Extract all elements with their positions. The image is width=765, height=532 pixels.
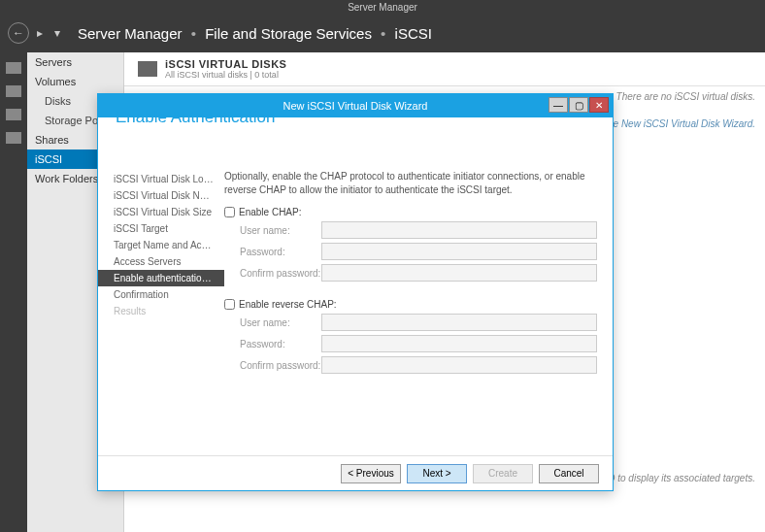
content-title: iSCSI VIRTUAL DISKS [165, 58, 286, 70]
step-access-servers[interactable]: Access Servers [98, 253, 224, 270]
close-button[interactable]: ✕ [589, 97, 609, 113]
maximize-button[interactable]: ▢ [569, 97, 588, 113]
forward-button[interactable]: ▸ [33, 22, 47, 44]
dialog-heading: Enable Authentication [98, 94, 292, 137]
rchap-user-input[interactable] [321, 314, 597, 331]
dialog-footer: < Previous Next > Create Cancel [98, 455, 613, 490]
back-button[interactable]: ← [8, 22, 29, 44]
step-target-name[interactable]: Target Name and Access [98, 237, 224, 253]
chap-pass-label: Password: [224, 247, 321, 257]
chap-user-input[interactable] [321, 221, 597, 239]
minimize-button[interactable]: — [549, 97, 568, 113]
step-confirmation[interactable]: Confirmation [98, 286, 224, 303]
sidebar-item-servers[interactable]: Servers [27, 52, 123, 72]
step-name[interactable]: iSCSI Virtual Disk Name [98, 187, 224, 204]
step-location[interactable]: iSCSI Virtual Disk Location [98, 171, 224, 187]
wizard-dialog: New iSCSI Virtual Disk Wizard — ▢ ✕ Enab… [97, 93, 614, 491]
step-results: Results [98, 303, 224, 319]
step-authentication[interactable]: Enable authentication ser... [98, 270, 224, 286]
strip-icon[interactable] [6, 132, 21, 144]
header: ← ▸ ▾ Server Manager • File and Storage … [0, 14, 765, 52]
dialog-title: New iSCSI Virtual Disk Wizard [283, 100, 428, 112]
hint-targets: VHD to display its associated targets. [594, 473, 755, 483]
enable-reverse-chap-checkbox[interactable]: Enable reverse CHAP: [224, 299, 597, 310]
enable-chap-checkbox[interactable]: Enable CHAP: [224, 207, 597, 217]
content-subtitle: All iSCSI virtual disks | 0 total [165, 70, 286, 80]
hint-no-disks: There are no iSCSI virtual disks. [616, 91, 755, 102]
content-header: iSCSI VIRTUAL DISKS All iSCSI virtual di… [124, 52, 765, 86]
description-text: Optionally, enable the CHAP protocol to … [224, 170, 597, 197]
dialog-content: Optionally, enable the CHAP protocol to … [224, 117, 613, 455]
step-size[interactable]: iSCSI Virtual Disk Size [98, 204, 224, 220]
chap-confirm-input[interactable] [321, 264, 597, 282]
chap-confirm-label: Confirm password: [224, 268, 321, 279]
step-target[interactable]: iSCSI Target [98, 220, 224, 237]
chap-pass-input[interactable] [321, 243, 597, 260]
app-titlebar: Server Manager [0, 0, 765, 14]
breadcrumb-section[interactable]: File and Storage Services [205, 25, 372, 42]
previous-button[interactable]: < Previous [341, 464, 401, 483]
next-button[interactable]: Next > [407, 464, 467, 483]
icon-strip [0, 52, 27, 532]
rchap-pass-label: Password: [224, 339, 321, 349]
app-title: Server Manager [348, 2, 417, 13]
rchap-user-label: User name: [224, 317, 321, 328]
wizard-steps: Enable Authentication iSCSI Virtual Disk… [98, 117, 224, 455]
create-button: Create [473, 464, 533, 483]
breadcrumb[interactable]: Server Manager • File and Storage Servic… [78, 25, 432, 42]
rchap-pass-input[interactable] [321, 335, 597, 352]
strip-icon[interactable] [6, 62, 21, 74]
breadcrumb-leaf[interactable]: iSCSI [395, 25, 432, 42]
cancel-button[interactable]: Cancel [539, 464, 599, 483]
strip-icon[interactable] [6, 109, 21, 120]
chap-user-label: User name: [224, 225, 321, 236]
breadcrumb-root[interactable]: Server Manager [78, 25, 183, 42]
sidebar-item-volumes[interactable]: Volumes [27, 72, 123, 91]
strip-icon[interactable] [6, 85, 21, 97]
up-button[interactable]: ▾ [50, 22, 64, 44]
rchap-confirm-input[interactable] [321, 356, 597, 374]
disk-icon [138, 61, 157, 77]
rchap-confirm-label: Confirm password: [224, 360, 321, 371]
